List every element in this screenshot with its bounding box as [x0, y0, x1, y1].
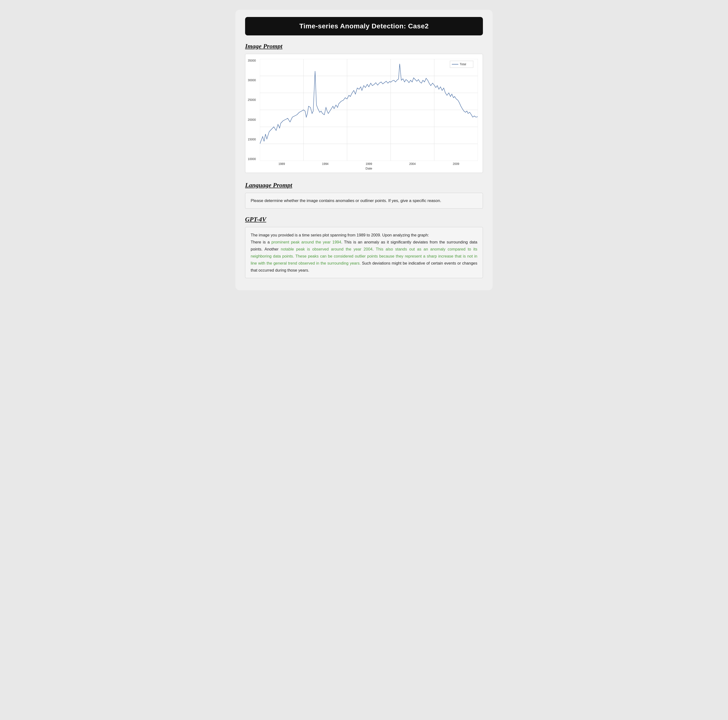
gpt4v-heading: GPT-4V — [245, 216, 483, 223]
page-title: Time-series Anomaly Detection: Case2 — [255, 22, 473, 30]
x-label-1989: 1989 — [278, 162, 285, 166]
y-label-30000: 30000 — [248, 79, 256, 82]
language-prompt-heading: Language Prompt — [245, 182, 483, 189]
y-label-20000: 20000 — [248, 118, 256, 122]
language-prompt-box: Please determine whether the image conta… — [245, 193, 483, 209]
x-label-1999: 1999 — [366, 162, 372, 166]
chart-area: 35000 30000 25000 20000 15000 10000 — [260, 59, 478, 161]
x-label-1994: 1994 — [322, 162, 329, 166]
svg-text:Total: Total — [460, 63, 466, 66]
x-axis-title: Date — [260, 166, 478, 170]
image-prompt-heading: Image Prompt — [245, 43, 483, 50]
gpt-response-green-2: notable peak is observed around the year… — [281, 247, 373, 251]
y-label-35000: 35000 — [248, 59, 256, 63]
y-axis-labels: 35000 30000 25000 20000 15000 10000 — [248, 59, 256, 161]
chart-svg: Total — [260, 59, 478, 161]
gpt-section: GPT-4V The image you provided is a time … — [245, 216, 483, 278]
y-label-10000: 10000 — [248, 157, 256, 161]
title-bar: Time-series Anomaly Detection: Case2 — [245, 17, 483, 35]
y-label-15000: 15000 — [248, 138, 256, 141]
main-container: Time-series Anomaly Detection: Case2 Ima… — [236, 10, 492, 290]
gpt-response-box: The image you provided is a time series … — [245, 227, 483, 278]
x-label-2004: 2004 — [409, 162, 416, 166]
x-label-2009: 2009 — [453, 162, 459, 166]
x-axis-labels: 1989 1994 1999 2004 2009 — [260, 162, 478, 166]
gpt-response-part-3: . — [373, 247, 376, 251]
language-prompt-text: Please determine whether the image conta… — [251, 198, 441, 203]
y-label-25000: 25000 — [248, 98, 256, 102]
chart-container: 35000 30000 25000 20000 15000 10000 — [245, 54, 483, 173]
gpt-response-green-1: prominent peak around the year 1994 — [271, 240, 341, 244]
